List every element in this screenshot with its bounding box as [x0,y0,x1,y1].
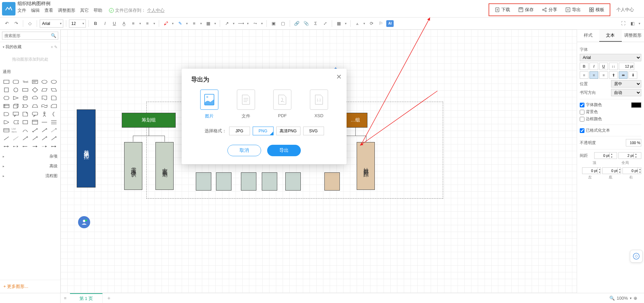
fullscreen-button[interactable]: ⛶ [619,20,627,28]
shape-diamond[interactable] [30,86,39,94]
font-select[interactable]: Arial [40,20,63,28]
app-logo[interactable] [2,2,15,15]
shape-conn6[interactable] [49,143,58,150]
zoom-in-button[interactable]: ⊕ [634,296,637,301]
font-format-button[interactable]: A̲ [120,20,128,28]
fill-color-button[interactable]: 🖍 [162,20,170,28]
zoom-value[interactable]: 100% [617,296,628,301]
shape-line3a[interactable] [40,135,49,142]
spacing-bottom-input[interactable]: ▲▼ [602,167,621,174]
shape-conn1[interactable] [2,143,11,150]
font-color-check[interactable] [580,103,584,107]
shape-callout[interactable] [11,110,20,118]
page-tab-1[interactable]: 第 1 页 [70,293,103,303]
valign-bot[interactable]: ⬇ [629,71,637,79]
bold-button[interactable]: B [92,20,100,28]
tab-style[interactable]: 样式 [577,30,599,42]
shape-search-input[interactable] [2,32,58,40]
shape-conn2[interactable] [11,143,20,150]
ai-button[interactable]: AI [386,20,394,27]
redo-button[interactable]: ↷ [12,20,20,28]
node-plan-scheme[interactable]: 方案策划 [155,142,174,190]
tab-text[interactable]: 文本 [599,30,621,42]
flowchart-header[interactable]: ▸ 流程图 [0,171,60,181]
align-right[interactable]: ≡ [599,71,608,79]
shape-step[interactable] [21,102,30,110]
connector-1-button[interactable]: ↗ [223,20,231,28]
shape-line3b[interactable] [49,135,58,142]
shape-triangle[interactable] [11,94,20,102]
bg-color-check[interactable] [580,110,584,114]
format-hdpng[interactable]: 高清PNG [276,127,300,135]
format-svg[interactable]: SVG [303,127,324,135]
italic-toggle[interactable]: I [589,63,598,70]
lineheight-button[interactable]: ↕↕ [609,63,618,70]
shape-bracket[interactable] [49,110,58,118]
shape-square[interactable] [2,86,11,94]
shape-container[interactable] [30,119,39,126]
export-type-image[interactable]: 图片 [200,90,218,119]
shape-callout2[interactable] [30,110,39,118]
format-jpg[interactable]: JPG [229,127,250,135]
shape-ellipse[interactable] [40,78,49,86]
shape-dasharrow[interactable] [49,127,58,134]
font-color-swatch[interactable] [631,102,641,108]
shape-doc2[interactable] [49,94,58,102]
node-req-confirm[interactable]: 需求确认 [124,142,142,190]
saved-link[interactable]: 个人中心 [147,7,165,13]
shape-cylinder[interactable] [21,94,30,102]
shape-conn3[interactable] [21,143,30,150]
italic-button[interactable]: I [101,20,109,28]
search-icon[interactable]: 🔍 [51,33,56,38]
underline-toggle[interactable]: U [599,63,608,70]
align-mid-button[interactable]: ≡ [143,20,151,28]
shape-vline[interactable] [49,119,58,126]
crop-button[interactable]: ⟁ [353,20,361,28]
shape-dashline[interactable] [11,135,20,142]
shape-internal[interactable] [2,102,11,110]
shape-data[interactable] [11,119,20,126]
template-button[interactable]: 模板 [586,5,607,14]
shape-and[interactable] [2,110,11,118]
shape-conn4[interactable] [30,143,39,150]
table-button[interactable]: ▦ [335,20,343,28]
shape-trapezoid[interactable] [30,102,39,110]
format-png[interactable]: PNG [253,127,274,135]
align-left[interactable]: ≡ [580,71,588,79]
menu-help[interactable]: 帮助 [94,7,102,13]
rotate-button[interactable]: ⟳ [367,20,375,28]
shape-line[interactable] [2,135,11,142]
menu-file[interactable]: 文件 [17,7,26,13]
shape-roundrect[interactable] [11,78,20,86]
node-master[interactable]: 整体把控 [77,109,96,188]
node-community[interactable]: 社群跟踪 [357,142,375,190]
export-type-xsd[interactable]: {..} XSD [310,90,328,119]
valign-top[interactable]: ⬆ [609,71,618,79]
valign-mid[interactable]: ⬌ [619,71,628,79]
shape-note[interactable] [21,110,30,118]
more-shapes-button[interactable]: + 更多图形... [0,280,60,293]
general-shapes-header[interactable]: 通用 [0,67,60,77]
export-type-pdf[interactable]: PDF [273,90,291,119]
shape-hexagon[interactable] [2,94,11,102]
line-style-button[interactable]: ≡ [190,20,198,28]
attach-button[interactable]: 📎 [302,20,310,28]
shape-hline[interactable] [40,119,49,126]
personal-center-link[interactable]: 个人中心 [616,7,634,13]
avatar-icon[interactable] [78,216,90,228]
shape-line2b[interactable] [30,135,39,142]
shape-rect[interactable] [2,78,11,86]
node-hidden-4[interactable] [262,172,277,191]
shape-cube[interactable] [11,102,20,110]
shape-actor[interactable] [40,110,49,118]
menu-other[interactable]: 其它 [80,7,89,13]
shape-textbox[interactable] [30,78,39,86]
shadow-button[interactable]: ▦ [204,20,212,28]
shape-document[interactable] [40,94,49,102]
shape-circle[interactable] [11,86,20,94]
shape-cloud[interactable] [30,94,39,102]
shape-parallelogram[interactable] [40,86,49,94]
shape-listitem[interactable]: List Item [11,127,20,134]
formula-button[interactable]: Σ [312,20,320,28]
shape-line2a[interactable] [21,135,30,142]
